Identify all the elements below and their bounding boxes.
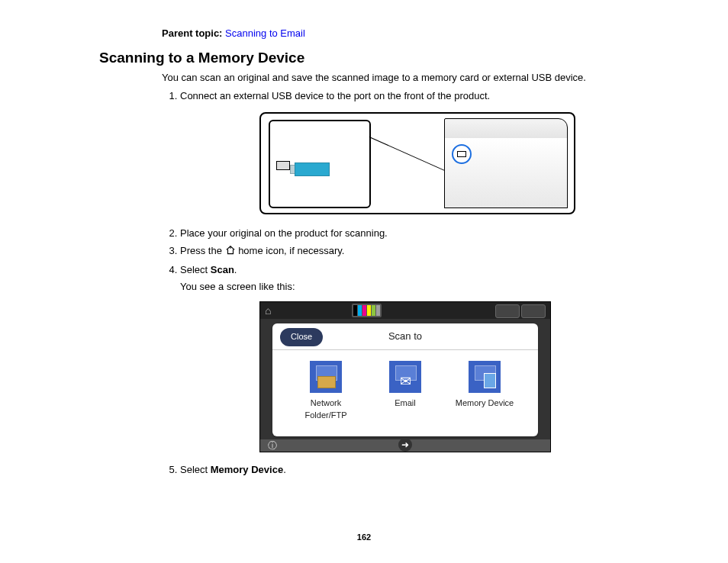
step-3-pre: Press the (180, 245, 225, 256)
step-5-bold: Memory Device (211, 464, 283, 475)
figure-usb-connection (259, 112, 575, 214)
parent-topic-label: Parent topic: (162, 27, 222, 39)
parent-topic-link[interactable]: Scanning to Email (225, 27, 305, 39)
screen-home-icon: ⌂ (265, 304, 277, 317)
wifi-icon (495, 304, 520, 318)
network-folder-icon (310, 361, 342, 393)
option-network-folder[interactable]: Network Folder/FTP (295, 361, 357, 421)
option-email[interactable]: Email (374, 361, 436, 421)
step-4-bold: Scan (211, 264, 234, 275)
step-3: Press the home icon, if necessary. (180, 244, 659, 259)
parent-topic: Parent topic: Scanning to Email (162, 27, 659, 39)
step-5-post: . (283, 464, 286, 475)
step-1-text: Connect an external USB device to the po… (180, 90, 490, 101)
usb-drive-icon (295, 162, 330, 176)
page-heading: Scanning to a Memory Device (99, 50, 659, 66)
close-button[interactable]: Close (280, 328, 323, 346)
screen-panel: Close Scan to Network Folder/FTP Email (272, 323, 538, 436)
option-label: Network Folder/FTP (295, 397, 357, 421)
steps-list: Connect an external USB device to the po… (162, 89, 659, 478)
email-icon (389, 361, 421, 393)
status-icon (521, 304, 546, 318)
figure-inset (269, 120, 371, 208)
page-number: 162 (0, 532, 728, 542)
step-2-text: Place your original on the product for s… (180, 227, 388, 239)
step-5-pre: Select (180, 464, 211, 475)
screen-topbar: ⌂ (260, 302, 550, 319)
step-4-post: . (234, 264, 237, 275)
intro-text: You can scan an original and save the sc… (162, 71, 659, 85)
screen-options-row: Network Folder/FTP Email Memory Device (272, 350, 538, 421)
figure-screen: ⌂ Close (259, 301, 551, 452)
option-label: Memory Device (453, 397, 516, 409)
step-2: Place your original on the product for s… (180, 227, 659, 240)
step-4: Select Scan. You see a screen like this:… (180, 263, 659, 452)
port-highlight-icon (452, 144, 472, 164)
document-page: Parent topic: Scanning to Email Scanning… (0, 0, 728, 563)
screen-bottom-bar: ⓘ ➜ (260, 439, 550, 452)
option-label: Email (374, 397, 436, 409)
step-4-pre: Select (180, 264, 211, 275)
ink-status-icon (352, 304, 382, 317)
screen-panel-header: Close Scan to (272, 323, 538, 350)
step-3-post: home icon, if necessary. (236, 245, 345, 256)
usb-port-icon (276, 161, 290, 170)
screen-status-icons (495, 304, 546, 318)
step-4-sub: You see a screen like this: (180, 280, 659, 294)
info-icon: ⓘ (268, 439, 277, 452)
next-arrow-icon: ➜ (398, 438, 412, 452)
memory-device-icon (469, 361, 501, 393)
step-1: Connect an external USB device to the po… (180, 89, 659, 214)
home-icon (225, 245, 236, 259)
screen-title: Scan to (388, 323, 422, 349)
option-memory-device[interactable]: Memory Device (453, 361, 516, 421)
step-5: Select Memory Device. (180, 463, 659, 477)
